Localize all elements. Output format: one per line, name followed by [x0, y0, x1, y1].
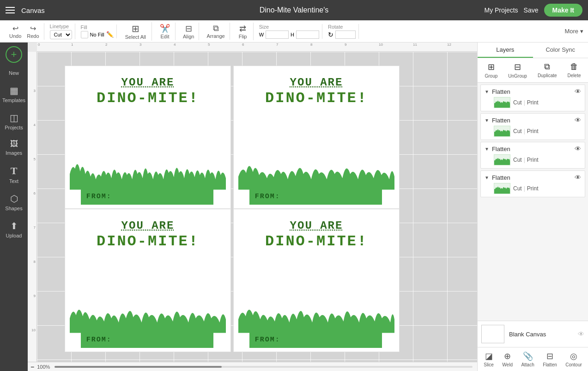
size-group: Size W H [256, 24, 322, 39]
bottom-tools: ◪ Slice ⊕ Weld 📎 Attach ⊟ Flatten ◎ Cont… [478, 347, 588, 371]
new-button[interactable]: + [6, 46, 22, 63]
save-button[interactable]: Save [524, 6, 539, 14]
redo-icon: ↪ [30, 24, 36, 33]
more-button[interactable]: More ▾ [564, 28, 583, 35]
sidebar-item-text[interactable]: T Text [0, 161, 28, 188]
card-3-text: You Are DINO-MITE! [97, 219, 199, 250]
blank-canvas-eye-icon[interactable]: 👁 [578, 330, 584, 338]
delete-button[interactable]: 🗑 Delete [568, 62, 581, 79]
canvas-area[interactable]: 0 1 2 3 4 5 6 7 8 9 10 11 12 3 4 5 6 [28, 43, 477, 371]
slice-icon: ◪ [485, 351, 493, 361]
card-4-grass-area: FROM: [238, 296, 394, 352]
svg-rect-2 [494, 160, 510, 165]
fill-color-icon: ✏️ [106, 31, 114, 38]
layer-2-chevron[interactable]: ▼ [485, 118, 489, 123]
layer-1-chevron[interactable]: ▼ [485, 89, 489, 94]
undo-button[interactable]: ↩ Undo [7, 23, 23, 40]
card-1-line1: You Are [97, 75, 199, 90]
card-2-grass-area: FROM: [238, 153, 394, 208]
edit-button[interactable]: ✂️ Edit [158, 23, 172, 40]
layer-1-eye-icon[interactable]: 👁 [575, 88, 581, 95]
ungroup-icon: ⊟ [514, 62, 521, 72]
layer-3-print-link[interactable]: Print [527, 157, 539, 163]
sidebar-item-new[interactable]: New [0, 67, 28, 79]
align-button[interactable]: ⊟ Align [181, 23, 196, 40]
layer-4-links: Cut | Print [513, 185, 539, 192]
sidebar-item-images[interactable]: 🖼 Images [0, 136, 28, 159]
edit-group: ✂️ Edit [155, 23, 176, 40]
sidebar-item-shapes[interactable]: ⬡ Shapes [0, 189, 28, 215]
card-2-text: You Are DINO-MITE! [265, 75, 368, 107]
delete-icon: 🗑 [570, 62, 578, 72]
layer-item-1: ▼ Flatten 👁 Cut | Print [480, 85, 585, 111]
canvas-label: Canvas [21, 6, 45, 14]
text-icon: T [11, 165, 18, 177]
redo-button[interactable]: ↪ Redo [25, 23, 41, 40]
arrange-button[interactable]: ⧉ Arrange [205, 23, 226, 40]
zoom-out-button[interactable]: − [30, 363, 34, 371]
layer-3-chevron[interactable]: ▼ [485, 146, 489, 152]
sidebar-item-templates[interactable]: ▦ Templates [0, 81, 28, 107]
valentine-card-2[interactable]: You Are DINO-MITE! FROM: [233, 66, 400, 209]
layer-3-cut-link[interactable]: Cut [513, 157, 522, 163]
valentine-card-4[interactable]: You Are DINO-MITE! FROM: [233, 209, 400, 352]
fill-group: Fill No Fill ✏️ [78, 24, 117, 38]
contour-button[interactable]: ◎ Contour [565, 351, 582, 367]
rotate-input[interactable] [335, 30, 356, 39]
layer-4-print-link[interactable]: Print [527, 185, 539, 192]
layer-2-cut-link[interactable]: Cut [513, 128, 522, 134]
layer-2-links: Cut | Print [513, 128, 539, 134]
layer-3-eye-icon[interactable]: 👁 [575, 145, 581, 152]
topbar: Canvas Dino-Mite Valentine's My Projects… [0, 0, 588, 20]
tab-color-sync[interactable]: Color Sync [533, 43, 588, 58]
group-button[interactable]: ⊞ Group [485, 62, 498, 79]
layer-4-eye-icon[interactable]: 👁 [575, 174, 581, 181]
duplicate-button[interactable]: ⧉ Duplicate [538, 62, 557, 79]
layer-4-cut-link[interactable]: Cut [513, 185, 522, 192]
layer-2-print-link[interactable]: Print [527, 128, 539, 134]
make-it-button[interactable]: Make It [544, 4, 582, 17]
layer-item-4: ▼ Flatten 👁 Cut | Print [480, 170, 585, 197]
weld-button[interactable]: ⊕ Weld [502, 351, 513, 367]
sidebar-item-projects[interactable]: ◫ Projects [0, 109, 28, 134]
svg-rect-0 [494, 103, 510, 108]
project-title: Dino-Mite Valentine's [260, 6, 329, 14]
card-1-text: You Are DINO-MITE! [97, 75, 199, 107]
sidebar-item-upload[interactable]: ⬆ Upload [0, 217, 28, 242]
flip-button[interactable]: ⇄ Flip [236, 23, 250, 40]
layer-1-print-link[interactable]: Print [527, 99, 539, 106]
card-2-line1: You Are [265, 75, 368, 90]
slice-button[interactable]: ◪ Slice [484, 351, 494, 367]
tab-layers[interactable]: Layers [478, 43, 533, 58]
fill-color-swatch[interactable] [81, 31, 88, 38]
hamburger-icon[interactable] [6, 7, 15, 13]
height-input[interactable] [296, 30, 319, 39]
layer-2-eye-icon[interactable]: 👁 [575, 116, 581, 124]
left-sidebar: + New ▦ Templates ◫ Projects 🖼 Images T … [0, 43, 28, 371]
layer-1-thumbnail [494, 97, 510, 108]
canvas-content[interactable]: You Are DINO-MITE! FROM: [37, 52, 477, 362]
linetype-select[interactable]: Cut [50, 30, 72, 39]
layer-4-chevron[interactable]: ▼ [485, 175, 489, 180]
templates-icon: ▦ [10, 85, 18, 96]
card-1-grass-svg [70, 153, 226, 190]
select-all-button[interactable]: ⊞ Select All [122, 22, 149, 41]
contour-icon: ◎ [570, 351, 577, 361]
valentine-card-3[interactable]: You Are DINO-MITE! FROM: [65, 209, 231, 352]
ungroup-button[interactable]: ⊟ UnGroup [508, 62, 527, 79]
flatten-button[interactable]: ⊟ Flatten [543, 351, 557, 367]
my-projects-button[interactable]: My Projects [484, 6, 518, 14]
layer-2-name: Flatten [492, 117, 572, 124]
layer-1-name: Flatten [492, 88, 572, 95]
valentine-card-1[interactable]: You Are DINO-MITE! FROM: [65, 66, 231, 209]
card-1-line2: DINO-MITE! [97, 90, 199, 107]
upload-icon: ⬆ [10, 220, 18, 231]
width-input[interactable] [266, 30, 289, 39]
card-3-line2: DINO-MITE! [97, 233, 199, 250]
layer-1-cut-link[interactable]: Cut [513, 99, 522, 106]
layer-1-links: Cut | Print [513, 99, 539, 106]
card-4-from-bar: FROM: [249, 331, 382, 348]
select-all-group: ⊞ Select All [120, 22, 152, 41]
right-panel: Layers Color Sync ⊞ Group ⊟ UnGroup ⧉ Du… [477, 43, 588, 371]
attach-button[interactable]: 📎 Attach [521, 351, 534, 367]
